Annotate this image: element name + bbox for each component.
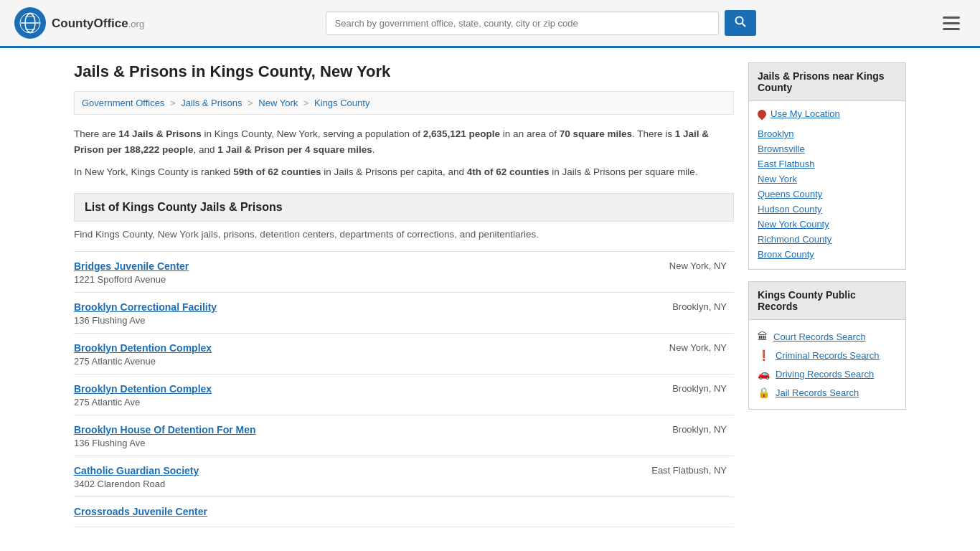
jail-list: Bridges Juvenile Center1221 Spofford Ave… xyxy=(74,251,734,527)
table-row: Brooklyn Correctional Facility136 Flushi… xyxy=(74,293,734,334)
jail-name-link[interactable]: Brooklyn Detention Complex xyxy=(74,383,619,395)
jail-address: 136 Flushing Ave xyxy=(74,438,619,448)
records-icon: 🏛 xyxy=(758,331,768,342)
records-item: 🏛Court Records Search xyxy=(758,327,897,346)
jail-name-link[interactable]: Brooklyn Correctional Facility xyxy=(74,301,619,313)
list-section-header: List of Kings County Jails & Prisons xyxy=(74,193,734,222)
jail-name-link[interactable]: Crossroads Juvenile Center xyxy=(74,506,619,517)
intro-paragraph-2: In New York, Kings County is ranked 59th… xyxy=(74,164,734,180)
jail-info: Bridges Juvenile Center1221 Spofford Ave… xyxy=(74,260,619,285)
nearby-links-list: BrooklynBrownsvilleEast FlatbushNew York… xyxy=(758,126,897,262)
public-records-body: 🏛Court Records Search❗Criminal Records S… xyxy=(748,320,906,410)
jail-info: Brooklyn Detention Complex275 Atlantic A… xyxy=(74,383,619,408)
nearby-link[interactable]: Brooklyn xyxy=(758,126,897,141)
table-row: Catholic Guardian Society3402 Clarendon … xyxy=(74,456,734,497)
search-input[interactable] xyxy=(326,11,719,35)
jail-address: 275 Atlantic Avenue xyxy=(74,356,619,367)
jail-city: Brooklyn, NY xyxy=(619,383,734,394)
jail-info: Brooklyn House Of Detention For Men136 F… xyxy=(74,424,619,448)
nearby-link[interactable]: East Flatbush xyxy=(758,156,897,171)
table-row: Bridges Juvenile Center1221 Spofford Ave… xyxy=(74,252,734,293)
jail-info: Brooklyn Correctional Facility136 Flushi… xyxy=(74,301,619,326)
jail-address: 3402 Clarendon Road xyxy=(74,479,619,489)
jail-name-link[interactable]: Bridges Juvenile Center xyxy=(74,260,619,272)
records-item: ❗Criminal Records Search xyxy=(758,346,897,364)
records-link[interactable]: Jail Records Search xyxy=(776,387,859,398)
page-title: Jails & Prisons in Kings County, New Yor… xyxy=(74,62,734,81)
sidebar: Jails & Prisons near Kings County Use My… xyxy=(748,62,906,527)
jail-city: East Flatbush, NY xyxy=(619,465,734,476)
jail-address: 136 Flushing Ave xyxy=(74,315,619,326)
jail-info: Crossroads Juvenile Center xyxy=(74,506,619,519)
nearby-section: Jails & Prisons near Kings County Use My… xyxy=(748,62,906,270)
records-link[interactable]: Criminal Records Search xyxy=(776,350,880,361)
table-row: Brooklyn Detention Complex275 Atlantic A… xyxy=(74,334,734,375)
logo-area: CountyOffice.org xyxy=(14,7,144,39)
records-link[interactable]: Court Records Search xyxy=(773,331,866,342)
jail-name-link[interactable]: Brooklyn Detention Complex xyxy=(74,342,619,354)
logo-icon xyxy=(14,7,46,39)
jail-city: New York, NY xyxy=(619,342,734,353)
jail-info: Brooklyn Detention Complex275 Atlantic A… xyxy=(74,342,619,367)
breadcrumb-new-york[interactable]: New York xyxy=(258,98,298,108)
table-row: Brooklyn House Of Detention For Men136 F… xyxy=(74,415,734,456)
jail-address: 275 Atlantic Ave xyxy=(74,397,619,408)
table-row: Brooklyn Detention Complex275 Atlantic A… xyxy=(74,375,734,415)
search-area xyxy=(326,10,756,36)
svg-line-4 xyxy=(742,24,745,27)
nearby-link[interactable]: Brownsville xyxy=(758,141,897,156)
jail-address: 1221 Spofford Avenue xyxy=(74,274,619,285)
logo-text: CountyOffice.org xyxy=(52,16,144,31)
jail-city: Brooklyn, NY xyxy=(619,424,734,435)
nearby-link[interactable]: Queens County xyxy=(758,187,897,202)
records-icon: 🔒 xyxy=(758,387,770,398)
page-container: Jails & Prisons in Kings County, New Yor… xyxy=(60,48,920,542)
nearby-section-body: Use My Location BrooklynBrownsvilleEast … xyxy=(748,101,906,270)
records-icon: ❗ xyxy=(758,349,770,361)
jail-name-link[interactable]: Brooklyn House Of Detention For Men xyxy=(74,424,619,435)
hamburger-icon xyxy=(943,17,960,30)
hamburger-menu-button[interactable] xyxy=(937,14,966,33)
records-item: 🔒Jail Records Search xyxy=(758,383,897,402)
public-records-section: Kings County Public Records 🏛Court Recor… xyxy=(748,281,906,410)
breadcrumb: Government Offices > Jails & Prisons > N… xyxy=(74,91,734,115)
main-content: Jails & Prisons in Kings County, New Yor… xyxy=(74,62,734,527)
jail-city: New York, NY xyxy=(619,260,734,271)
records-icon: 🚗 xyxy=(758,368,770,380)
nearby-link[interactable]: New York County xyxy=(758,217,897,232)
svg-point-3 xyxy=(735,17,743,24)
records-link[interactable]: Driving Records Search xyxy=(776,369,874,380)
location-pin-icon xyxy=(756,108,768,120)
nearby-link[interactable]: Hudson County xyxy=(758,202,897,217)
search-button[interactable] xyxy=(725,10,756,36)
records-item: 🚗Driving Records Search xyxy=(758,364,897,383)
table-row: Crossroads Juvenile Center xyxy=(74,497,734,527)
nearby-link[interactable]: New York xyxy=(758,171,897,187)
intro-paragraph-1: There are 14 Jails & Prisons in Kings Co… xyxy=(74,126,734,157)
nearby-section-header: Jails & Prisons near Kings County xyxy=(748,62,906,101)
jail-city: Brooklyn, NY xyxy=(619,301,734,312)
jail-info: Catholic Guardian Society3402 Clarendon … xyxy=(74,465,619,489)
site-header: CountyOffice.org xyxy=(0,0,980,48)
jail-name-link[interactable]: Catholic Guardian Society xyxy=(74,465,619,476)
breadcrumb-jails[interactable]: Jails & Prisons xyxy=(181,98,242,108)
use-my-location-button[interactable]: Use My Location xyxy=(758,108,840,119)
breadcrumb-gov-offices[interactable]: Government Offices xyxy=(82,98,164,108)
nearby-link[interactable]: Bronx County xyxy=(758,247,897,262)
list-section-desc: Find Kings County, New York jails, priso… xyxy=(74,229,734,240)
public-records-header: Kings County Public Records xyxy=(748,281,906,320)
breadcrumb-kings-county[interactable]: Kings County xyxy=(314,98,369,108)
nearby-link[interactable]: Richmond County xyxy=(758,232,897,247)
